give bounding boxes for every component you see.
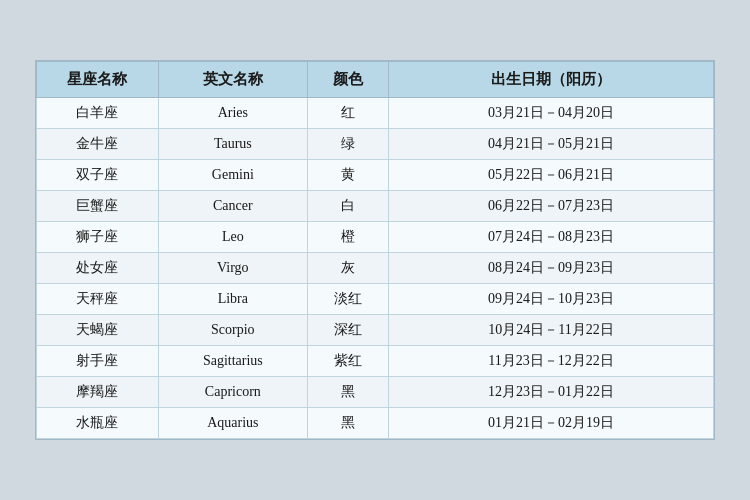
cell-color: 紫红: [307, 346, 388, 377]
table-row: 处女座Virgo灰08月24日－09月23日: [37, 253, 714, 284]
cell-cn: 摩羯座: [37, 377, 159, 408]
cell-date: 09月24日－10月23日: [389, 284, 714, 315]
cell-en: Leo: [158, 222, 307, 253]
table-row: 双子座Gemini黄05月22日－06月21日: [37, 160, 714, 191]
cell-date: 07月24日－08月23日: [389, 222, 714, 253]
cell-date: 05月22日－06月21日: [389, 160, 714, 191]
cell-date: 01月21日－02月19日: [389, 408, 714, 439]
table-row: 天蝎座Scorpio深红10月24日－11月22日: [37, 315, 714, 346]
zodiac-table: 星座名称 英文名称 颜色 出生日期（阳历） 白羊座Aries红03月21日－04…: [36, 61, 714, 439]
table-row: 巨蟹座Cancer白06月22日－07月23日: [37, 191, 714, 222]
cell-en: Libra: [158, 284, 307, 315]
header-cn: 星座名称: [37, 62, 159, 98]
table-row: 水瓶座Aquarius黑01月21日－02月19日: [37, 408, 714, 439]
cell-cn: 狮子座: [37, 222, 159, 253]
cell-color: 黄: [307, 160, 388, 191]
cell-date: 12月23日－01月22日: [389, 377, 714, 408]
cell-color: 黑: [307, 408, 388, 439]
cell-color: 绿: [307, 129, 388, 160]
cell-en: Cancer: [158, 191, 307, 222]
cell-color: 灰: [307, 253, 388, 284]
cell-date: 08月24日－09月23日: [389, 253, 714, 284]
cell-cn: 天秤座: [37, 284, 159, 315]
cell-color: 淡红: [307, 284, 388, 315]
cell-cn: 水瓶座: [37, 408, 159, 439]
cell-color: 红: [307, 98, 388, 129]
cell-en: Scorpio: [158, 315, 307, 346]
cell-date: 10月24日－11月22日: [389, 315, 714, 346]
cell-cn: 巨蟹座: [37, 191, 159, 222]
cell-en: Aquarius: [158, 408, 307, 439]
cell-en: Capricorn: [158, 377, 307, 408]
cell-cn: 天蝎座: [37, 315, 159, 346]
cell-en: Gemini: [158, 160, 307, 191]
table-header-row: 星座名称 英文名称 颜色 出生日期（阳历）: [37, 62, 714, 98]
zodiac-table-container: 星座名称 英文名称 颜色 出生日期（阳历） 白羊座Aries红03月21日－04…: [35, 60, 715, 440]
header-en: 英文名称: [158, 62, 307, 98]
table-row: 白羊座Aries红03月21日－04月20日: [37, 98, 714, 129]
cell-date: 06月22日－07月23日: [389, 191, 714, 222]
table-row: 摩羯座Capricorn黑12月23日－01月22日: [37, 377, 714, 408]
cell-date: 04月21日－05月21日: [389, 129, 714, 160]
table-row: 金牛座Taurus绿04月21日－05月21日: [37, 129, 714, 160]
table-row: 狮子座Leo橙07月24日－08月23日: [37, 222, 714, 253]
cell-cn: 金牛座: [37, 129, 159, 160]
cell-color: 橙: [307, 222, 388, 253]
header-date: 出生日期（阳历）: [389, 62, 714, 98]
table-row: 射手座Sagittarius紫红11月23日－12月22日: [37, 346, 714, 377]
cell-en: Aries: [158, 98, 307, 129]
table-row: 天秤座Libra淡红09月24日－10月23日: [37, 284, 714, 315]
cell-cn: 双子座: [37, 160, 159, 191]
cell-cn: 白羊座: [37, 98, 159, 129]
header-color: 颜色: [307, 62, 388, 98]
cell-en: Taurus: [158, 129, 307, 160]
cell-date: 03月21日－04月20日: [389, 98, 714, 129]
cell-cn: 处女座: [37, 253, 159, 284]
cell-en: Virgo: [158, 253, 307, 284]
cell-color: 白: [307, 191, 388, 222]
cell-color: 黑: [307, 377, 388, 408]
cell-date: 11月23日－12月22日: [389, 346, 714, 377]
cell-cn: 射手座: [37, 346, 159, 377]
cell-en: Sagittarius: [158, 346, 307, 377]
cell-color: 深红: [307, 315, 388, 346]
